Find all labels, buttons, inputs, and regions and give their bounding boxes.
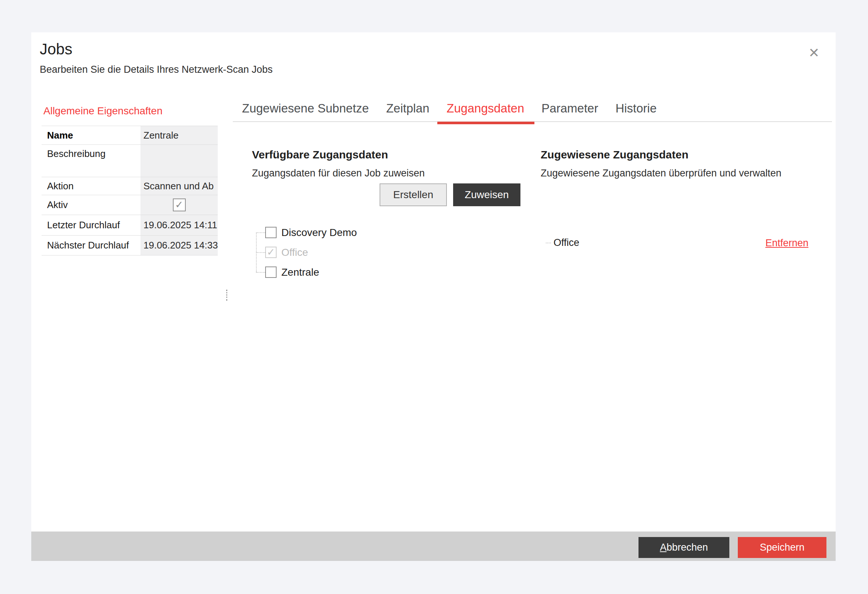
row-label: Nächster Durchlauf <box>41 236 140 255</box>
row-value[interactable] <box>140 145 218 177</box>
available-credentials-subtitle: Zugangsdaten für diesen Job zuweisen <box>252 168 425 179</box>
row-value[interactable]: Zentrale <box>140 126 218 144</box>
cancel-rest: bbrechen <box>666 542 708 553</box>
tab-zugewiesene-subnetze[interactable]: Zugewiesene Subnetze <box>242 102 369 121</box>
footer-bar: Abbrechen Speichern <box>31 532 836 561</box>
assigned-credentials-subtitle: Zugewiesene Zugangsdaten überprüfen und … <box>541 168 781 179</box>
tree-branch-line <box>256 272 265 273</box>
table-row-next-run[interactable]: Nächster Durchlauf 19.06.2025 14:33 <box>41 236 218 255</box>
table-row-last-run[interactable]: Letzter Durchlauf 19.06.2025 14:11 <box>41 215 218 236</box>
checkbox-unchecked[interactable] <box>265 267 277 278</box>
tree-item-label: Office <box>281 247 308 258</box>
jobs-dialog: Jobs Bearbeiten Sie die Details Ihres Ne… <box>31 32 836 561</box>
cancel-mnemonic: A <box>660 542 666 553</box>
tree-branch-line <box>256 232 265 233</box>
row-value[interactable]: Scannen und Ab <box>140 177 218 195</box>
credentials-tree: Discovery Demo ✓ Office Zentrale <box>256 226 357 286</box>
row-value[interactable]: 19.06.2025 14:11 <box>140 215 218 235</box>
table-row-active[interactable]: Aktiv ✓ <box>41 195 218 215</box>
tree-branch-line <box>256 252 265 253</box>
remove-link[interactable]: Entfernen <box>765 237 808 249</box>
tree-item-label: Discovery Demo <box>281 227 357 239</box>
general-properties-table: Name Zentrale Beschreibung Aktion Scanne… <box>41 126 218 255</box>
save-button[interactable]: Speichern <box>738 537 827 558</box>
page-title: Jobs <box>40 40 72 58</box>
row-label: Aktion <box>41 177 140 195</box>
tab-zeitplan[interactable]: Zeitplan <box>386 102 429 121</box>
assigned-item-label: Office <box>554 237 579 249</box>
tab-historie[interactable]: Historie <box>615 102 657 121</box>
tree-item-discovery-demo[interactable]: Discovery Demo <box>256 226 357 239</box>
general-properties-heading: Allgemeine Eigenschaften <box>43 105 162 117</box>
tree-item-office[interactable]: ✓ Office <box>256 246 357 258</box>
checkbox-checked-disabled: ✓ <box>265 247 277 258</box>
tab-zugangsdaten[interactable]: Zugangsdaten <box>446 102 524 121</box>
panel-splitter-grip[interactable] <box>226 290 227 301</box>
assigned-item-office[interactable]: Office <box>546 237 579 249</box>
table-row-description[interactable]: Beschreibung <box>41 145 218 177</box>
tab-parameter[interactable]: Parameter <box>542 102 598 121</box>
tab-bar: Zugewiesene Subnetze Zeitplan Zugangsdat… <box>233 102 832 122</box>
row-value: ✓ <box>140 195 218 215</box>
row-label: Aktiv <box>41 195 140 215</box>
close-icon[interactable]: ✕ <box>804 43 824 63</box>
assign-button[interactable]: Zuweisen <box>453 183 520 206</box>
tree-connector-line <box>256 232 257 272</box>
active-checkbox[interactable]: ✓ <box>173 199 186 211</box>
row-label: Letzter Durchlauf <box>41 215 140 235</box>
row-label: Name <box>41 126 140 144</box>
create-button[interactable]: Erstellen <box>379 183 447 206</box>
page-subtitle: Bearbeiten Sie die Details Ihres Netzwer… <box>40 64 273 75</box>
tree-item-label: Zentrale <box>281 267 319 278</box>
table-row-action[interactable]: Aktion Scannen und Ab <box>41 177 218 195</box>
cancel-button[interactable]: Abbrechen <box>639 537 729 558</box>
available-credentials-heading: Verfügbare Zugangsdaten <box>252 149 388 161</box>
row-label: Beschreibung <box>41 145 140 177</box>
tree-item-zentrale[interactable]: Zentrale <box>256 266 357 278</box>
assigned-credentials-heading: Zugewiesene Zugangsdaten <box>541 149 688 161</box>
table-row-name[interactable]: Name Zentrale <box>41 126 218 145</box>
tree-branch-line <box>546 243 551 243</box>
row-value[interactable]: 19.06.2025 14:33 <box>140 236 218 255</box>
checkbox-unchecked[interactable] <box>265 227 277 238</box>
